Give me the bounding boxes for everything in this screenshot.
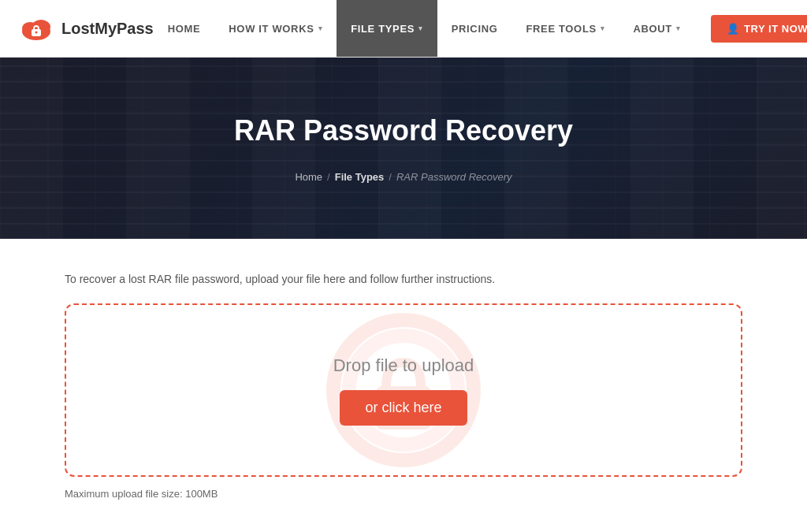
breadcrumb-current: RAR Password Recovery: [396, 171, 512, 183]
nav-item-how-it-works[interactable]: HOW IT WORKS ▾: [214, 0, 337, 57]
svg-point-4: [35, 32, 38, 34]
breadcrumb-home[interactable]: Home: [295, 171, 322, 183]
nav-item-about[interactable]: ABOUT ▾: [619, 0, 694, 57]
upload-size-note: Maximum upload file size: 100MB: [65, 488, 742, 500]
nav-links: HOME HOW IT WORKS ▾ FILE TYPES ▾ PRICING…: [154, 0, 695, 57]
breadcrumb: Home / File Types / RAR Password Recover…: [295, 171, 511, 183]
breadcrumb-file-types[interactable]: File Types: [335, 171, 385, 183]
chevron-down-icon: ▾: [676, 24, 681, 32]
user-icon: 👤: [727, 23, 740, 35]
navbar: LostMyPass HOME HOW IT WORKS ▾ FILE TYPE…: [0, 0, 807, 58]
hero-section: RAR Password Recovery Home / File Types …: [0, 58, 807, 239]
breadcrumb-sep-2: /: [389, 171, 392, 183]
logo-link[interactable]: LostMyPass: [19, 11, 154, 46]
upload-dropzone[interactable]: Drop file to upload or click here: [65, 303, 742, 477]
nav-item-free-tools[interactable]: FREE TOOLS ▾: [511, 0, 619, 57]
chevron-down-icon: ▾: [318, 24, 323, 32]
chevron-down-icon: ▾: [418, 24, 423, 32]
nav-item-file-types[interactable]: FILE TYPES ▾: [337, 0, 437, 57]
hero-background: [0, 58, 807, 239]
nav-item-pricing[interactable]: PRICING: [437, 0, 512, 57]
nav-item-home[interactable]: HOME: [154, 0, 215, 57]
description-text: To recover a lost RAR file password, upl…: [65, 270, 742, 288]
drop-text: Drop file to upload: [333, 355, 474, 376]
chevron-down-icon: ▾: [601, 24, 605, 32]
page-title: RAR Password Recovery: [234, 114, 573, 147]
logo-icon: [19, 11, 54, 46]
brand-name: LostMyPass: [61, 20, 154, 38]
upload-click-button[interactable]: or click here: [340, 390, 467, 426]
try-now-button[interactable]: 👤 TRY IT NOW!: [711, 15, 807, 43]
main-content: To recover a lost RAR file password, upl…: [49, 239, 758, 523]
breadcrumb-sep-1: /: [327, 171, 330, 183]
